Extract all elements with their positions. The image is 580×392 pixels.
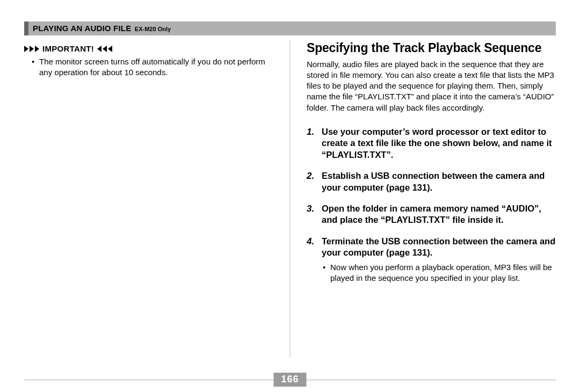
right-column: Specifying the Track Playback Sequence N… <box>291 41 556 358</box>
triangle-left-icon <box>97 46 112 52</box>
step-item: 2. Establish a USB connection between th… <box>307 170 556 193</box>
step-text: Use your computer’s word processor or te… <box>322 127 552 159</box>
step-number: 4. <box>307 236 314 248</box>
step-number: 1. <box>307 126 314 138</box>
page-number: 166 <box>273 373 306 387</box>
section-header-subtitle: EX-M20 Only <box>135 26 171 32</box>
triangle-right-icon <box>24 46 39 52</box>
intro-paragraph: Normally, audio files are played back in… <box>307 59 556 113</box>
step-text: Establish a USB connection between the c… <box>322 171 545 192</box>
important-label: IMPORTANT! <box>42 44 94 53</box>
important-bullet-list: The monitor screen turns off automatical… <box>24 56 273 78</box>
step-number: 2. <box>307 170 314 182</box>
step-item: 3. Open the folder in camera memory name… <box>307 203 556 226</box>
manual-page: PLAYING AN AUDIO FILE EX-M20 Only IMPORT… <box>0 0 580 392</box>
step-number: 3. <box>307 203 314 215</box>
step-text: Terminate the USB connection between the… <box>322 236 555 257</box>
important-bullet-item: The monitor screen turns off automatical… <box>39 56 273 78</box>
page-footer: 166 <box>24 380 556 380</box>
section-header-title: PLAYING AN AUDIO FILE <box>33 24 131 33</box>
left-column: IMPORTANT! The monitor screen turns off … <box>24 41 289 358</box>
content-columns: IMPORTANT! The monitor screen turns off … <box>24 41 556 358</box>
steps-list: 1. Use your computer’s word processor or… <box>307 126 556 284</box>
important-callout-header: IMPORTANT! <box>24 44 273 53</box>
section-header-bar: PLAYING AN AUDIO FILE EX-M20 Only <box>24 21 556 35</box>
section-heading: Specifying the Track Playback Sequence <box>307 41 556 56</box>
step-item: 4. Terminate the USB connection between … <box>307 236 556 284</box>
step-sub-bullet-list: Now when you perform a playback operatio… <box>322 262 556 284</box>
step-item: 1. Use your computer’s word processor or… <box>307 126 556 161</box>
step-text: Open the folder in camera memory named “… <box>322 204 541 224</box>
step-sub-bullet-item: Now when you perform a playback operatio… <box>330 262 556 284</box>
